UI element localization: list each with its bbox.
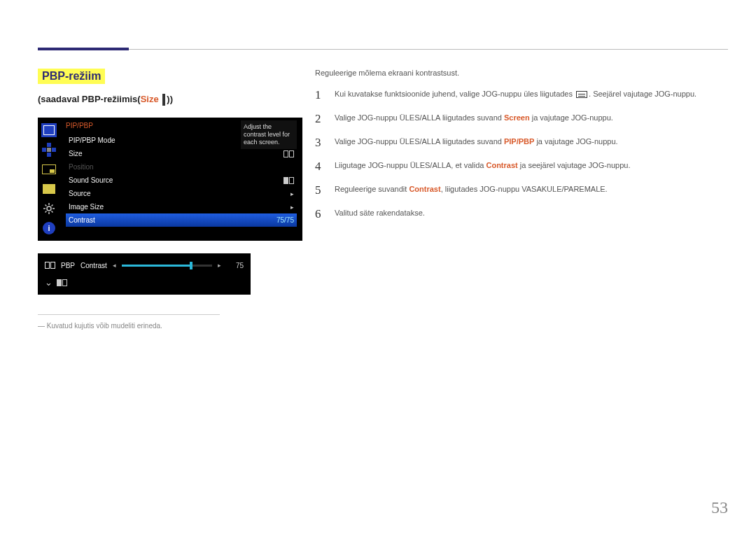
left-column: PBP-režiim (saadaval PBP-režiimis(Size )… [38,69,297,330]
step-number: 4 [315,160,325,174]
step-number: 6 [315,207,325,221]
step-highlight: Contrast [486,161,517,169]
pbp-size-icon [57,279,67,286]
subheading-prefix: (saadaval PBP-režiimis( [38,94,141,104]
slider-arrow-right-icon[interactable]: ▸ [218,262,221,269]
osd-row-label: PIP/PBP Mode [69,136,115,144]
footnote-text: Kuvatud kujutis võib mudeliti erineda. [47,322,162,330]
slider-thumb[interactable] [190,262,192,269]
step-text: Kui kuvatakse funktsioonide juhend, vali… [335,88,724,99]
right-column: Reguleerige mõlema ekraani kontrastsust.… [315,69,724,221]
svg-line-8 [52,205,53,206]
step-text: Valige JOG-nuppu ÜLES/ALLA liigutades su… [335,112,724,123]
svg-point-0 [47,206,51,211]
slider-track[interactable] [122,265,212,267]
section-heading: PBP-režiim [38,69,105,84]
svg-line-6 [52,211,53,213]
osd-main: PIP/PBP Adjust the contrast level for ea… [60,118,302,241]
subheading-accent: Size [141,94,159,104]
slider-bottom-row: ⌄ [45,277,244,288]
osd-row-sound: Sound Source [66,174,297,187]
subheading: (saadaval PBP-režiimis(Size )) [38,94,297,105]
osd-row-image-size: Image Size [66,200,297,213]
step-highlight: Screen [504,113,530,122]
osd-row-label: Position [69,163,94,171]
step-text: Valitud säte rakendatakse. [335,207,724,218]
header-rule-accent [38,48,129,50]
step-5: 5 Reguleerige suvandit Contrast, liiguta… [315,183,724,197]
osd-row-contrast[interactable]: Contrast 75/75 [66,213,297,227]
step-text: Liigutage JOG-nuppu ÜLES/ALLA, et valida… [335,160,724,171]
osd-row-position: Position [66,160,297,174]
step-2: 2 Valige JOG-nuppu ÜLES/ALLA liigutades … [315,112,724,126]
osd-row-label: Sound Source [69,176,113,184]
osd-row-value: 75/75 [276,216,294,224]
step-fragment: ja vajutage JOG-nuppu. [530,113,613,122]
subheading-suffix: )) [167,94,173,104]
step-1: 1 Kui kuvatakse funktsioonide juhend, va… [315,88,724,102]
footnote-rule [38,314,220,315]
slider-value: 75 [227,262,244,269]
step-fragment: ja seejärel vajutage JOG-nuppu. [518,161,631,169]
step-text: Valige JOG-nuppu ÜLES/ALLA liigutades su… [335,136,724,147]
header-rule [38,49,728,50]
footnote: ― Kuvatud kujutis võib mudeliti erineda. [38,322,297,330]
osd-row-label: Size [69,150,82,157]
slider-row: PBP Contrast ◂ ▸ 75 [45,258,244,273]
document-icon [41,182,57,196]
info-icon: i [41,221,57,235]
pbp-size-icon [45,262,55,269]
step-fragment: ja vajutage JOG-nuppu. [534,137,617,146]
pip-icon [41,162,57,176]
osd-row-label: Image Size [69,203,104,211]
slider-name: Contrast [80,262,107,269]
step-fragment: Valige JOG-nuppu ÜLES/ALLA liigutades su… [335,137,504,146]
osd-tip: Adjust the contrast level for each scree… [241,120,297,149]
step-number: 3 [315,136,325,150]
step-number: 2 [315,112,325,126]
step-fragment: Reguleerige suvandit [335,185,409,193]
slider-source-label: PBP [61,262,75,269]
dpad-icon [41,143,57,157]
slider-arrow-left-icon[interactable]: ◂ [113,262,116,269]
intro-text: Reguleerige mõlema ekraani kontrastsust. [315,69,724,77]
step-fragment: , liigutades JOG-nuppu VASAKULE/PAREMALE… [441,185,608,193]
step-3: 3 Valige JOG-nuppu ÜLES/ALLA liigutades … [315,136,724,150]
svg-line-7 [46,211,47,213]
sound-source-icon [284,177,294,184]
gear-icon [41,202,57,216]
osd-row-label: Contrast [69,216,95,224]
slider-fill [122,265,190,267]
pbp-size-icon [284,150,294,157]
step-fragment: Liigutage JOG-nuppu ÜLES/ALLA, et valida [335,161,486,169]
step-number: 5 [315,183,325,197]
slider-panel: PBP Contrast ◂ ▸ 75 ⌄ [38,253,251,295]
osd-panel: i PIP/PBP Adjust the contrast level for … [38,118,302,241]
chevron-down-icon[interactable]: ⌄ [45,277,52,288]
osd-row-label: Source [69,190,91,197]
step-highlight: Contrast [409,185,440,193]
osd-sidebar: i [38,118,60,241]
steps-list: 1 Kui kuvatakse funktsioonide juhend, va… [315,88,724,221]
monitor-icon [41,123,57,137]
chevron-right-icon [290,190,294,197]
step-number: 1 [315,88,325,102]
step-4: 4 Liigutage JOG-nuppu ÜLES/ALLA, et vali… [315,160,724,174]
chevron-right-icon [290,203,294,211]
step-fragment: Kui kuvatakse funktsioonide juhend, vali… [335,90,575,98]
step-6: 6 Valitud säte rakendatakse. [315,207,724,221]
svg-line-5 [46,205,47,206]
osd-row-source: Source [66,187,297,200]
menu-icon [576,91,587,98]
pbp-size-icon [162,94,165,105]
step-text: Reguleerige suvandit Contrast, liigutade… [335,183,724,195]
page-number: 53 [711,498,728,517]
step-highlight: PIP/PBP [504,137,534,146]
step-fragment: . Seejärel vajutage JOG-nuppu. [589,90,696,98]
step-fragment: Valige JOG-nuppu ÜLES/ALLA liigutades su… [335,113,504,122]
